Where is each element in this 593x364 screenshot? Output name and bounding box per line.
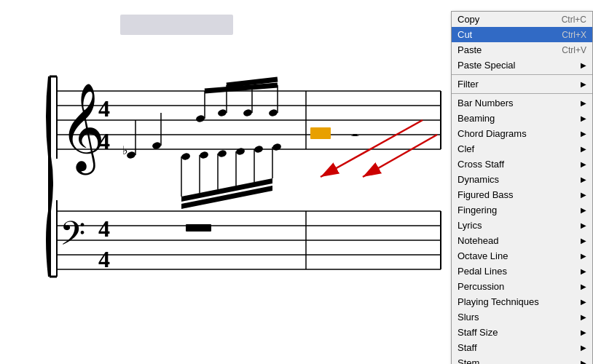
svg-point-31 <box>217 149 227 158</box>
menu-item-pedal-lines[interactable]: Pedal Lines ▶ <box>452 264 592 279</box>
menu-item-lyrics[interactable]: Lyrics ▶ <box>452 218 592 233</box>
menu-item-cross-staff[interactable]: Cross Staff ▶ <box>452 157 592 172</box>
svg-text:4: 4 <box>98 246 110 272</box>
menu-item-beaming[interactable]: Beaming ▶ <box>452 111 592 126</box>
top-rectangle <box>120 15 233 35</box>
svg-point-21 <box>217 108 227 117</box>
menu-item-clef[interactable]: Clef ▶ <box>452 141 592 157</box>
svg-point-30 <box>199 151 209 159</box>
svg-text:𝄢: 𝄢 <box>60 215 85 260</box>
menu-item-notehead[interactable]: Notehead ▶ <box>452 233 592 248</box>
menu-separator-2 <box>452 93 592 94</box>
menu-item-copy[interactable]: Copy Ctrl+C <box>452 12 592 27</box>
menu-item-octave-line[interactable]: Octave Line ▶ <box>452 248 592 264</box>
svg-point-23 <box>243 108 253 117</box>
menu-item-figured-bass[interactable]: Figured Bass ▶ <box>452 187 592 202</box>
menu-separator-1 <box>452 74 592 75</box>
svg-point-32 <box>235 147 246 156</box>
menu-item-playing-techniques[interactable]: Playing Techniques ▶ <box>452 294 592 309</box>
svg-rect-43 <box>310 127 331 139</box>
svg-text:4: 4 <box>98 95 110 122</box>
svg-text:4: 4 <box>98 128 110 154</box>
menu-item-stem[interactable]: Stem ▶ <box>452 355 592 364</box>
svg-point-29 <box>181 152 191 161</box>
svg-point-17 <box>152 141 162 150</box>
svg-point-33 <box>254 145 264 154</box>
svg-point-19 <box>195 114 205 123</box>
menu-item-staff-size[interactable]: Staff Size ▶ <box>452 325 592 340</box>
menu-item-slurs[interactable]: Slurs ▶ <box>452 309 592 325</box>
menu-item-bar-numbers[interactable]: Bar Numbers ▶ <box>452 95 592 111</box>
menu-item-fingering[interactable]: Fingering ▶ <box>452 202 592 218</box>
svg-rect-56 <box>186 224 211 232</box>
menu-item-percussion[interactable]: Percussion ▶ <box>452 279 592 294</box>
menu-item-filter[interactable]: Filter ▶ <box>452 76 592 92</box>
menu-item-dynamics[interactable]: Dynamics ▶ <box>452 172 592 187</box>
svg-text:♭: ♭ <box>122 144 128 157</box>
menu-item-paste[interactable]: Paste Ctrl+V <box>452 42 592 58</box>
menu-item-cut[interactable]: Cut Ctrl+X <box>452 27 592 42</box>
svg-point-34 <box>272 143 282 151</box>
menu-item-chord-diagrams[interactable]: Chord Diagrams ▶ <box>452 126 592 141</box>
svg-point-25 <box>268 108 278 117</box>
context-menu: Copy Ctrl+C Cut Ctrl+X Paste Ctrl+V Past… <box>451 11 593 364</box>
music-notation: 𝄞 4 4 ♭ 𝄼 <box>44 36 452 313</box>
menu-item-staff[interactable]: Staff ▶ <box>452 340 592 355</box>
svg-text:4: 4 <box>98 215 110 242</box>
menu-item-paste-special[interactable]: Paste Special ▶ <box>452 58 592 73</box>
